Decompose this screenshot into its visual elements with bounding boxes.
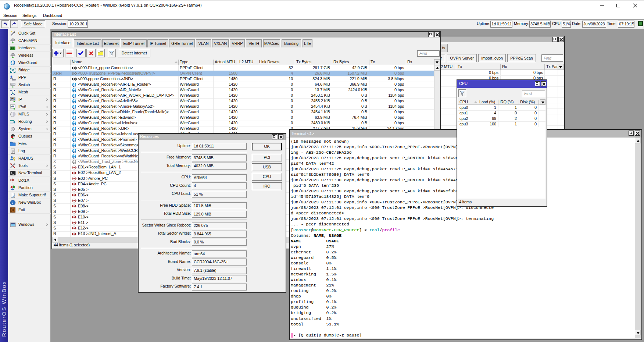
svg-text:v6: v6 <box>11 105 14 108</box>
svg-text:255: 255 <box>11 98 15 100</box>
